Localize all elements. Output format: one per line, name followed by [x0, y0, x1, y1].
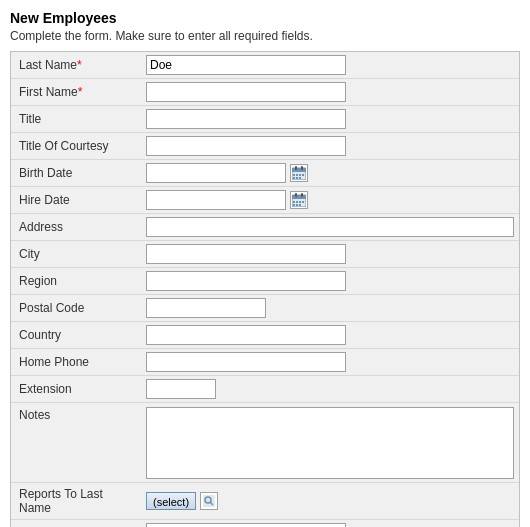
- row-country: Country: [11, 322, 519, 349]
- label-home-phone: Home Phone: [11, 349, 141, 375]
- svg-rect-15: [293, 201, 295, 203]
- row-birth-date: Birth Date: [11, 160, 519, 187]
- value-city: [141, 241, 519, 267]
- svg-rect-1: [292, 168, 306, 172]
- svg-rect-6: [299, 174, 301, 176]
- region-input[interactable]: [146, 271, 346, 291]
- svg-rect-20: [296, 204, 298, 206]
- reports-to-select-button[interactable]: (select): [146, 492, 196, 510]
- page-subtitle: Complete the form. Make sure to enter al…: [10, 29, 520, 43]
- label-title: Title: [11, 106, 141, 132]
- label-extension: Extension: [11, 376, 141, 402]
- label-reports-to: Reports To Last Name: [11, 483, 141, 519]
- svg-rect-4: [293, 174, 295, 176]
- row-first-name: First Name*: [11, 79, 519, 106]
- value-postal-code: [141, 295, 519, 321]
- row-hire-date: Hire Date: [11, 187, 519, 214]
- page-wrapper: New Employees Complete the form. Make su…: [0, 0, 530, 527]
- value-photo-path: [141, 520, 519, 527]
- birth-date-input[interactable]: [146, 163, 286, 183]
- label-notes: Notes: [11, 403, 141, 426]
- value-region: [141, 268, 519, 294]
- value-hire-date: [141, 187, 519, 213]
- value-home-phone: [141, 349, 519, 375]
- label-title-of-courtesy: Title Of Courtesy: [11, 133, 141, 159]
- row-photo-path: Photo Path: [11, 520, 519, 527]
- svg-rect-2: [295, 166, 297, 170]
- svg-rect-13: [295, 193, 297, 197]
- label-country: Country: [11, 322, 141, 348]
- country-input[interactable]: [146, 325, 346, 345]
- svg-rect-9: [296, 177, 298, 179]
- svg-rect-3: [301, 166, 303, 170]
- value-title: [141, 106, 519, 132]
- svg-rect-17: [299, 201, 301, 203]
- row-notes: Notes: [11, 403, 519, 483]
- svg-rect-8: [293, 177, 295, 179]
- address-input[interactable]: [146, 217, 514, 237]
- row-city: City: [11, 241, 519, 268]
- value-title-of-courtesy: [141, 133, 519, 159]
- label-region: Region: [11, 268, 141, 294]
- row-extension: Extension: [11, 376, 519, 403]
- birth-date-wrap: [146, 163, 308, 183]
- photo-path-input[interactable]: [146, 523, 346, 527]
- row-reports-to: Reports To Last Name (select): [11, 483, 519, 520]
- label-birth-date: Birth Date: [11, 160, 141, 186]
- value-reports-to: (select): [141, 489, 519, 513]
- city-input[interactable]: [146, 244, 346, 264]
- svg-rect-5: [296, 174, 298, 176]
- svg-rect-19: [293, 204, 295, 206]
- value-address: [141, 214, 519, 240]
- home-phone-input[interactable]: [146, 352, 346, 372]
- label-city: City: [11, 241, 141, 267]
- row-region: Region: [11, 268, 519, 295]
- hire-date-input[interactable]: [146, 190, 286, 210]
- svg-rect-7: [302, 174, 304, 176]
- label-photo-path: Photo Path: [11, 520, 141, 527]
- extension-input[interactable]: [146, 379, 216, 399]
- row-postal-code: Postal Code: [11, 295, 519, 322]
- svg-rect-18: [302, 201, 304, 203]
- label-postal-code: Postal Code: [11, 295, 141, 321]
- page-title: New Employees: [10, 10, 520, 26]
- row-title: Title: [11, 106, 519, 133]
- label-last-name: Last Name*: [11, 52, 141, 78]
- title-of-courtesy-input[interactable]: [146, 136, 346, 156]
- value-country: [141, 322, 519, 348]
- first-name-input[interactable]: [146, 82, 346, 102]
- notes-textarea[interactable]: [146, 407, 514, 479]
- last-name-input[interactable]: [146, 55, 346, 75]
- svg-rect-12: [292, 195, 306, 199]
- birth-date-calendar-icon[interactable]: [290, 164, 308, 182]
- row-address: Address: [11, 214, 519, 241]
- hire-date-wrap: [146, 190, 308, 210]
- value-first-name: [141, 79, 519, 105]
- label-address: Address: [11, 214, 141, 240]
- row-home-phone: Home Phone: [11, 349, 519, 376]
- hire-date-calendar-icon[interactable]: [290, 191, 308, 209]
- label-first-name: First Name*: [11, 79, 141, 105]
- value-last-name: [141, 52, 519, 78]
- svg-rect-14: [301, 193, 303, 197]
- postal-code-input[interactable]: [146, 298, 266, 318]
- value-birth-date: [141, 160, 519, 186]
- form-container: Last Name* First Name* Title Title Of Co…: [10, 51, 520, 527]
- svg-rect-16: [296, 201, 298, 203]
- label-hire-date: Hire Date: [11, 187, 141, 213]
- svg-rect-10: [299, 177, 301, 179]
- value-notes: [141, 403, 519, 482]
- row-title-of-courtesy: Title Of Courtesy: [11, 133, 519, 160]
- row-last-name: Last Name*: [11, 52, 519, 79]
- reports-to-search-icon[interactable]: [200, 492, 218, 510]
- title-input[interactable]: [146, 109, 346, 129]
- value-extension: [141, 376, 519, 402]
- svg-rect-21: [299, 204, 301, 206]
